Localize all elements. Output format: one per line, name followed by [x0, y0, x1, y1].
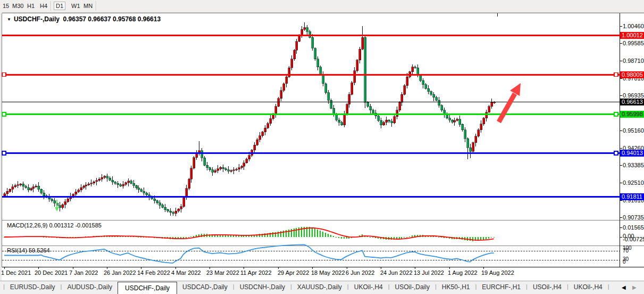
macd-axis-label: -0.0072599 — [623, 236, 644, 242]
rsi-indicator-label: RSI(14) 59.5264 — [7, 247, 50, 254]
date-tick-label: 18 May 2022 — [311, 270, 345, 276]
tab-separator: | — [608, 281, 609, 294]
macd-signal-line — [4, 228, 494, 240]
price-tick-label: 0.93385 — [623, 162, 644, 168]
chart-tabs-bar: |EURUSD-,Daily|AUDUSD-,DailyUSDCHF-,Dail… — [0, 281, 644, 294]
price-badge-0.95998: 0.95998 — [620, 111, 644, 118]
price-tick-label: 0.92510 — [623, 179, 644, 186]
price-badge-0.94013: 0.94013 — [620, 150, 644, 157]
chart-tab-usdcaddaily[interactable]: USDCAD-,Daily — [177, 281, 233, 294]
price-badge-1.00012: 1.00012 — [620, 32, 644, 39]
chart-tab-usoildaily[interactable]: USOil-,Daily — [390, 281, 435, 294]
chart-title: ▼USDCHF-,Daily 0.96357 0.96637 0.95768 0… — [7, 15, 161, 23]
candlesticks — [4, 22, 496, 216]
level-handle[interactable] — [614, 112, 618, 116]
chart-tab-usdcnhdaily[interactable]: USDCNH-,Daily — [235, 281, 290, 294]
level-handle[interactable] — [614, 151, 618, 155]
macd-histogram — [4, 227, 495, 241]
macd-axis-label: 0.015654 — [623, 224, 644, 231]
chart-canvas[interactable] — [0, 0, 644, 294]
chart-tab-eurchfh1[interactable]: EURCHF-,H1 — [476, 281, 526, 294]
date-tick-label: 14 Feb 2022 — [137, 270, 170, 276]
chart-tab-usdchfdaily[interactable]: USDCHF-,Daily — [118, 282, 177, 294]
date-tick-label: 29 Apr 2022 — [278, 270, 309, 276]
chart-tab-eurusddaily[interactable]: EURUSD-,Daily — [5, 281, 61, 294]
trend-arrow-shaft[interactable] — [499, 94, 515, 122]
price-badge-0.96613: 0.96613 — [620, 99, 644, 105]
level-handle[interactable] — [2, 112, 6, 116]
chart-tab-usoilh4[interactable]: USOil-,H4 — [528, 281, 567, 294]
chart-ohlc-values: 0.96357 0.96637 0.95768 0.96613 — [63, 15, 161, 23]
macd-indicator-label: MACD(12,26,9) 0.001312 -0.001585 — [7, 222, 102, 228]
date-tick-label: 1 Aug 2022 — [448, 270, 478, 276]
tabs-scroll-right-icon[interactable]: ▶ — [632, 284, 637, 290]
date-tick-label: 24 Jun 2022 — [380, 270, 413, 276]
date-tick-label: 23 Mar 2022 — [206, 270, 239, 276]
mt4-window: 15M30H1H4D1W1MN ▼USDCHF-,Daily 0.96357 0… — [0, 0, 644, 294]
rsi-axis-label: 70 — [623, 248, 629, 254]
date-tick-label: 1 Dec 2021 — [1, 270, 31, 276]
price-tick-label: 1.00460 — [623, 23, 644, 29]
price-tick-label: 0.96935 — [623, 92, 644, 99]
price-tick-label: 0.99585 — [623, 40, 644, 46]
date-tick-label: 7 Jan 2022 — [69, 270, 98, 276]
chart-tab-audusddaily[interactable]: AUDUSD-,Daily — [62, 281, 118, 294]
date-tick-label: 26 Jan 2022 — [104, 270, 136, 276]
sell-marker-arrow-icon[interactable] — [55, 207, 59, 211]
date-tick-label: 6 Jun 2022 — [346, 270, 374, 276]
date-tick-label: 4 Mar 2022 — [171, 270, 201, 276]
price-badge-0.98005: 0.98005 — [620, 71, 644, 78]
date-tick-label: 20 Dec 2021 — [35, 270, 68, 276]
date-tick-label: 13 Jul 2022 — [414, 270, 444, 276]
chart-tab-hk50h1[interactable]: HK50-,H1 — [437, 281, 475, 294]
tabs-scroll-left-icon[interactable]: ◀ — [622, 284, 626, 290]
rsi-axis-label: 0 — [623, 259, 626, 265]
chart-tab-xauusddaily[interactable]: XAUUSD-,Daily — [292, 281, 347, 294]
chart-symbol-period: USDCHF-,Daily — [14, 15, 60, 23]
rsi-line — [4, 245, 494, 263]
price-badge-0.91811: 0.91811 — [620, 193, 644, 200]
chart-tab-ukoilh4[interactable]: UKOil-,H4 — [349, 281, 388, 294]
price-tick-label: 0.90735 — [623, 214, 644, 220]
symbol-dropdown-icon[interactable]: ▼ — [7, 17, 11, 22]
level-handle[interactable] — [2, 73, 6, 77]
date-tick-label: 19 Aug 2022 — [481, 270, 514, 276]
level-handle[interactable] — [2, 151, 6, 155]
level-handle[interactable] — [614, 73, 618, 77]
chart-tab-ukoilh4[interactable]: UKOil-,H4 — [568, 281, 608, 294]
price-tick-label: 0.98710 — [623, 58, 644, 64]
date-tick-label: 11 Apr 2022 — [240, 270, 272, 276]
price-tick-label: 0.95160 — [623, 127, 644, 134]
